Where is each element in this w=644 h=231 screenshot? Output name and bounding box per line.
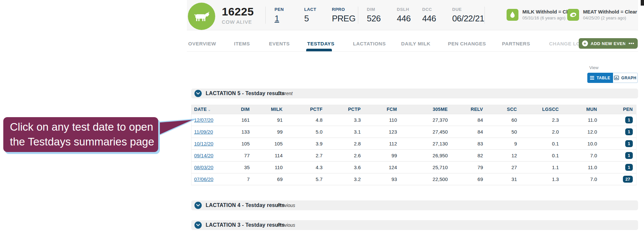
cell-dim: 77	[221, 149, 253, 161]
cell-relv: 79	[451, 161, 486, 173]
section-tag: Current	[277, 91, 293, 96]
column-header-dim: DIM	[221, 105, 253, 114]
cell-fcm: 93	[364, 173, 400, 185]
column-header-fcm: FCM	[364, 105, 400, 114]
section-title: LACTATION 3 - Testday results	[206, 222, 285, 228]
more-actions-button[interactable]: •••	[625, 38, 638, 49]
collapse-chevron-icon[interactable]	[194, 90, 202, 97]
stat-rpro: RPRO PREG	[332, 7, 356, 24]
cell-lgscc: 2.0	[520, 126, 562, 138]
header-divider	[265, 7, 266, 24]
column-header-date[interactable]: DATE⌄	[191, 105, 221, 114]
cell-dim: 105	[221, 138, 253, 149]
tab-lactations[interactable]: LACTATIONS	[353, 41, 386, 46]
collapse-chevron-icon[interactable]	[194, 221, 202, 229]
record-tabbar: OVERVIEW ITEMS EVENTS TESTDAYS LACTATION…	[187, 30, 638, 52]
column-header-mun: MUN	[562, 105, 600, 114]
cell-scc: 31	[486, 173, 520, 185]
cell-dim: 161	[221, 114, 253, 126]
tab-testdays[interactable]: TESTDAYS	[307, 41, 335, 46]
cell-mun: 12.0	[562, 126, 600, 138]
tab-daily-milk[interactable]: DAILY MILK	[401, 41, 430, 46]
tab-pen-changes[interactable]: PEN CHANGES	[448, 41, 486, 46]
tab-items[interactable]: ITEMS	[234, 41, 250, 46]
stat-dcc: DCC 446	[422, 7, 436, 24]
stat-dim-value: 526	[367, 13, 381, 24]
section-lactation-3: LACTATION 3 - Testday results Previous	[191, 220, 638, 230]
cell-milk: 110	[253, 161, 286, 173]
test-date-link[interactable]: 08/03/20	[194, 165, 213, 170]
cell-fcm: 112	[364, 138, 400, 149]
tab-events[interactable]: EVENTS	[269, 41, 290, 46]
view-table-label: TABLE	[597, 76, 610, 80]
stat-pen-value[interactable]: 1	[275, 13, 284, 24]
test-date-link[interactable]: 10/12/20	[194, 141, 213, 146]
callout-bubble: Click on any test date to open the Testd…	[3, 117, 158, 152]
cell-lgscc: 1.1	[520, 161, 562, 173]
cell-lgscc: 0.1	[520, 149, 562, 161]
test-date-link[interactable]: 09/14/20	[194, 153, 213, 158]
cell-pctf: 4.3	[286, 161, 326, 173]
column-header-305me: 305ME	[400, 105, 451, 114]
stat-pen-label: PEN	[275, 7, 284, 12]
cow-id: 16225	[222, 5, 254, 18]
cell-milk: 99	[253, 126, 286, 138]
cell-305me: 25,710	[400, 161, 451, 173]
column-label: DATE	[194, 107, 207, 112]
cell-relv: 82	[451, 149, 486, 161]
list-icon	[590, 76, 594, 80]
cell-lgscc: 2.3	[520, 114, 562, 126]
testday-table: DATE⌄ DIM MILK PCTF PCTP FCM 305ME RELV …	[191, 105, 636, 185]
cell-fcm: 123	[364, 126, 400, 138]
cell-relv: 69	[451, 173, 486, 185]
section-tag: Previous	[277, 203, 295, 208]
cell-fcm: 99	[364, 149, 400, 161]
column-header-relv: RELV	[451, 105, 486, 114]
cell-scc: 9	[486, 138, 520, 149]
cell-mun: 7.0	[562, 149, 600, 161]
cell-mun: 11.0	[562, 161, 600, 173]
add-new-event-label: ADD NEW EVENT	[591, 41, 629, 46]
stat-due-value: 06/22/21	[452, 13, 484, 24]
cell-pctp: 3.1	[326, 126, 364, 138]
cell-pctf: 3.9	[286, 138, 326, 149]
table-row: 10/12/20 105 105 3.9 2.8 112 27,130 83 9…	[191, 138, 636, 149]
table-row: 11/09/20 133 99 5.0 3.1 123 27,450 84 50…	[191, 126, 636, 138]
cell-mun: 10.0	[562, 138, 600, 149]
sort-caret-icon: ⌄	[208, 108, 211, 112]
collapse-chevron-icon[interactable]	[194, 202, 202, 209]
pen-badge: 1	[625, 128, 633, 135]
tab-partners[interactable]: PARTNERS	[502, 41, 530, 46]
cell-scc: 12	[486, 149, 520, 161]
cell-fcm: 110	[364, 114, 400, 126]
column-header-lgscc: LGSCC	[520, 105, 562, 114]
cell-dim: 7	[221, 173, 253, 185]
cell-305me: 22,500	[400, 173, 451, 185]
meat-steak-icon	[567, 9, 579, 21]
view-graph-label: GRAPH	[621, 76, 636, 80]
view-graph-button[interactable]: GRAPH	[613, 73, 638, 83]
pen-badge: 1	[625, 152, 633, 159]
cell-pctp: 2.6	[326, 149, 364, 161]
stat-dcc-label: DCC	[422, 7, 436, 12]
tab-overview[interactable]: OVERVIEW	[188, 41, 216, 46]
milk-withhold: MILK Withhold = Clear 05/31/16 (6 years …	[507, 9, 575, 21]
ellipsis-icon: •••	[629, 41, 634, 46]
test-date-link[interactable]: 07/06/20	[194, 176, 213, 182]
cell-dim: 133	[221, 126, 253, 138]
stat-dim-label: DIM	[367, 7, 381, 12]
cell-305me: 27,450	[400, 126, 451, 138]
cow-icon	[193, 11, 211, 22]
table-row: 08/03/20 35 110 4.3 3.6 124 25,710 79 27…	[191, 161, 636, 173]
table-header-row: DATE⌄ DIM MILK PCTF PCTP FCM 305ME RELV …	[191, 105, 636, 114]
cell-305me: 26,950	[400, 149, 451, 161]
bar-chart-icon	[614, 76, 619, 80]
section-title: LACTATION 4 - Testday results	[206, 202, 285, 208]
stat-due-label: DUE	[452, 7, 484, 12]
section-lactation-4: LACTATION 4 - Testday results Previous	[191, 200, 638, 210]
view-table-button[interactable]: TABLE	[587, 73, 613, 83]
scrollbar-thumb[interactable]	[641, 0, 644, 6]
view-label: View	[589, 65, 599, 70]
stat-rpro-value: PREG	[332, 13, 356, 24]
cell-scc: 27	[486, 161, 520, 173]
